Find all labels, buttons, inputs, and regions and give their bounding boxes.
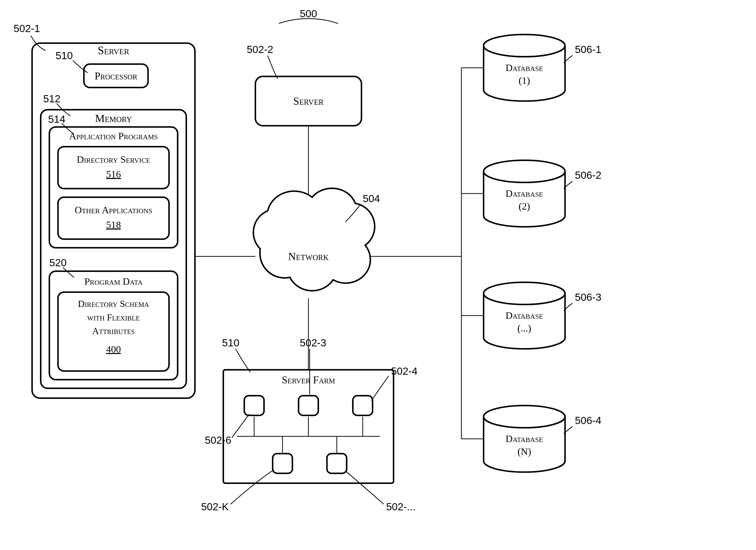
svg-text:Database: Database <box>506 62 543 73</box>
ref-520: 520 <box>49 257 67 269</box>
ref-506-1: 506-1 <box>575 44 601 55</box>
svg-rect-8 <box>353 396 373 415</box>
svg-text:Database: Database <box>506 188 543 199</box>
dir-schema-l1: Directory Schema <box>78 298 149 309</box>
lead-502-2 <box>268 56 278 79</box>
svg-text:(N): (N) <box>517 446 531 457</box>
ref-figure: 500 <box>300 8 317 19</box>
ref-502-dots: 502-... <box>386 501 416 513</box>
other-apps-ref: 518 <box>106 219 121 230</box>
server-1-title: Server <box>98 44 130 57</box>
app-programs-label: Application Programs <box>69 130 158 142</box>
dir-schema-ref: 400 <box>106 344 121 355</box>
ref-506-2: 506-2 <box>575 169 601 181</box>
ref-506-4: 506-4 <box>575 415 601 426</box>
ref-512: 512 <box>43 93 60 105</box>
processor-label: Processor <box>95 70 137 82</box>
patent-figure: Server Processor Memory Application Prog… <box>0 0 756 550</box>
ref-502-1: 502-1 <box>14 23 40 34</box>
network-cloud: Network <box>253 188 375 291</box>
svg-point-22 <box>484 405 565 428</box>
svg-point-19 <box>484 282 565 304</box>
svg-text:Database: Database <box>506 310 543 321</box>
svg-rect-6 <box>299 396 318 415</box>
svg-text:(1): (1) <box>519 75 530 86</box>
ref-504: 504 <box>363 193 380 204</box>
dir-service-box <box>58 147 169 189</box>
dir-service-ref: 516 <box>106 169 121 180</box>
ref-510: 510 <box>56 50 73 61</box>
ref-502-3: 502-3 <box>300 337 326 348</box>
svg-rect-10 <box>273 454 292 473</box>
network-label: Network <box>288 251 329 263</box>
other-apps-box <box>58 197 169 239</box>
dir-schema-l2: with Flexible <box>87 312 140 322</box>
server-2-label: Server <box>293 95 324 107</box>
ref-514: 514 <box>48 113 65 125</box>
database-2: Database (2) <box>484 160 565 227</box>
memory-label: Memory <box>95 112 132 125</box>
ref-farm-510: 510 <box>222 337 239 348</box>
ref-502-k: 502-K <box>201 501 229 513</box>
database-4: Database (N) <box>484 405 565 472</box>
ref-502-4: 502-4 <box>391 365 417 377</box>
ref-502-6: 502-6 <box>205 434 231 446</box>
svg-point-13 <box>484 35 565 57</box>
program-data-label: Program Data <box>84 276 143 287</box>
svg-text:(...): (...) <box>517 323 531 334</box>
ref-502-2: 502-2 <box>247 44 273 55</box>
server-farm-label: Server Farm <box>282 374 335 385</box>
svg-text:(2): (2) <box>519 201 530 212</box>
svg-point-16 <box>484 160 565 183</box>
ref-506-3: 506-3 <box>575 291 601 303</box>
database-3: Database (...) <box>484 282 565 349</box>
other-apps-label: Other Applications <box>75 204 152 216</box>
svg-rect-4 <box>244 396 264 415</box>
dir-schema-l3: Attributes <box>92 326 135 336</box>
database-1: Database (1) <box>484 35 565 101</box>
dir-service-label: Directory Service <box>77 154 150 165</box>
lead-farm-510 <box>236 349 250 372</box>
svg-text:Database: Database <box>506 433 543 444</box>
svg-rect-12 <box>327 454 347 473</box>
